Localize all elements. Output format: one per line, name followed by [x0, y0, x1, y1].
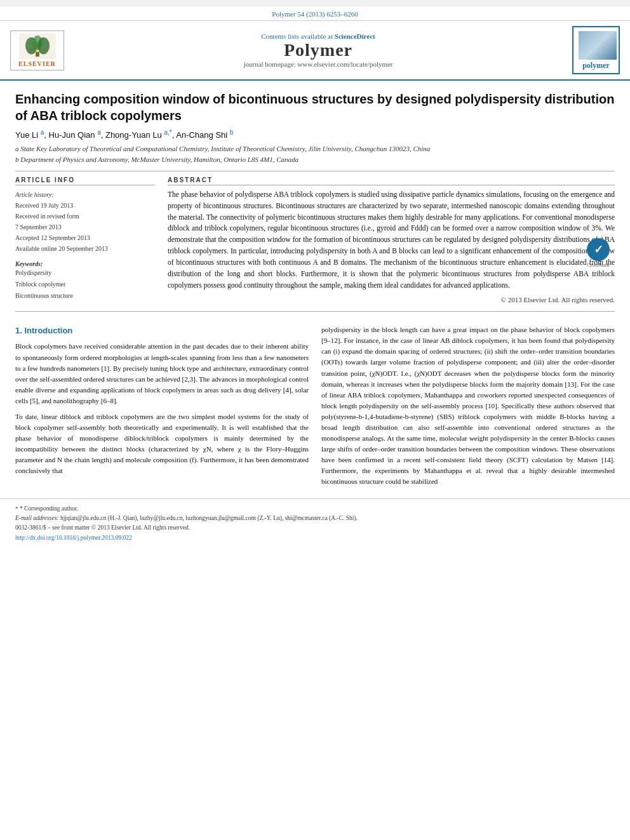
elsevier-logo-container: ELSEVIER [10, 30, 67, 70]
divider-2 [15, 311, 615, 312]
issn-text: 0032-3861/$ – see front matter © 2013 El… [15, 524, 190, 531]
crossmark-badge[interactable]: ✓ CrossMark [586, 238, 611, 268]
email-label: E-mail addresses: [15, 515, 59, 521]
crossmark-label: CrossMark [586, 262, 611, 268]
abstract-column: ABSTRACT The phase behavior of polydispe… [168, 177, 615, 303]
intro-number: 1. [15, 326, 22, 335]
journal-header: ELSEVIER Contents lists available at Sci… [0, 21, 630, 81]
elsevier-tree-icon [18, 34, 57, 59]
revised-date-value: 7 September 2013 [15, 222, 155, 232]
article-info-label: ARTICLE INFO [15, 177, 155, 185]
journal-name-container: Contents lists available at ScienceDirec… [74, 32, 563, 68]
received-revised-date: Received in revised form [15, 211, 155, 222]
citation-bar: Polymer 54 (2013) 6253–6260 [0, 6, 630, 21]
elsevier-brand-text: ELSEVIER [18, 60, 56, 67]
footer-corresponding: * * Corresponding author. [15, 504, 615, 514]
journal-title: Polymer [74, 40, 563, 60]
history-label: Article history: [15, 189, 155, 200]
copyright-line: © 2013 Elsevier Ltd. All rights reserved… [168, 296, 615, 303]
article-title: Enhancing composition window of bicontin… [15, 91, 615, 124]
sciencedirect-text: ScienceDirect [335, 32, 375, 40]
polymer-logo-box: polymer [572, 26, 620, 74]
email-addresses: hjjqian@jlu.edu.cn (H.-J. Qian), luzhy@j… [60, 515, 358, 521]
footnote-star: * [15, 505, 18, 512]
sciencedirect-link: Contents lists available at ScienceDirec… [74, 32, 563, 40]
intro-para-2: To date, linear diblock and triblock cop… [15, 411, 309, 476]
affiliation-b: b Department of Physics and Astronomy, M… [15, 154, 615, 165]
keyword-3: Bicontinuous structure [15, 290, 155, 302]
article-history: Article history: Received 19 July 2013 R… [15, 189, 155, 254]
academic-paper-page: Polymer 54 (2013) 6253–6260 ELSEVIER [0, 6, 630, 840]
keywords-section: Keywords: Polydispersity Triblock copoly… [15, 260, 155, 302]
divider-1 [15, 171, 615, 171]
intro-title: Introduction [24, 326, 72, 335]
footer-emails: E-mail addresses: hjjqian@jlu.edu.cn (H.… [15, 514, 615, 523]
affiliation-a: a State Key Laboratory of Theoretical an… [15, 143, 615, 154]
polymer-logo-image [579, 31, 617, 60]
issn-line: 0032-3861/$ – see front matter © 2013 El… [15, 523, 615, 533]
homepage-url: journal homepage: www.elsevier.com/locat… [74, 60, 563, 68]
doi-link[interactable]: http://dx.doi.org/10.1016/j.polymer.2013… [15, 535, 132, 541]
intro-left-column: 1. Introduction Block copolymers have re… [15, 324, 309, 492]
available-date: Available online 20 September 2013 [15, 243, 155, 254]
main-content: ✓ CrossMark Enhancing composition window… [0, 81, 630, 324]
svg-rect-4 [36, 51, 39, 57]
intro-para-1: Block copolymers have received considera… [15, 341, 309, 406]
elsevier-logo: ELSEVIER [10, 30, 64, 70]
citation-text: Polymer 54 (2013) 6253–6260 [272, 10, 358, 18]
abstract-text: The phase behavior of polydisperse ABA t… [168, 189, 615, 291]
polymer-logo-container: polymer [569, 26, 620, 74]
corresponding-label: * Corresponding author. [20, 505, 78, 512]
received-date: Received 19 July 2013 [15, 200, 155, 211]
intro-section: 1. Introduction Block copolymers have re… [0, 324, 630, 492]
keyword-2: Triblock copolymer [15, 279, 155, 290]
abstract-label: ABSTRACT [168, 177, 615, 185]
accepted-date: Accepted 12 September 2013 [15, 232, 155, 243]
intro-right-column: polydispersity in the block length can h… [321, 324, 615, 492]
intro-heading: 1. Introduction [15, 324, 309, 337]
page-footer: * * Corresponding author. E-mail address… [0, 498, 630, 545]
authors-line: Yue Li a, Hu-Jun Qian a, Zhong-Yuan Lu a… [15, 130, 615, 140]
article-info-column: ARTICLE INFO Article history: Received 1… [15, 177, 155, 303]
keyword-1: Polydispersity [15, 267, 155, 279]
intro-para-3: polydispersity in the block length can h… [321, 324, 615, 487]
article-info-abstract-section: ARTICLE INFO Article history: Received 1… [15, 177, 615, 303]
keywords-list: Polydispersity Triblock copolymer Bicont… [15, 267, 155, 302]
doi-line: http://dx.doi.org/10.1016/j.polymer.2013… [15, 533, 615, 543]
affiliations: a State Key Laboratory of Theoretical an… [15, 143, 615, 164]
polymer-logo-text: polymer [579, 61, 613, 70]
crossmark-icon: ✓ [587, 238, 610, 261]
svg-point-3 [37, 37, 50, 54]
keywords-label: Keywords: [15, 260, 155, 267]
